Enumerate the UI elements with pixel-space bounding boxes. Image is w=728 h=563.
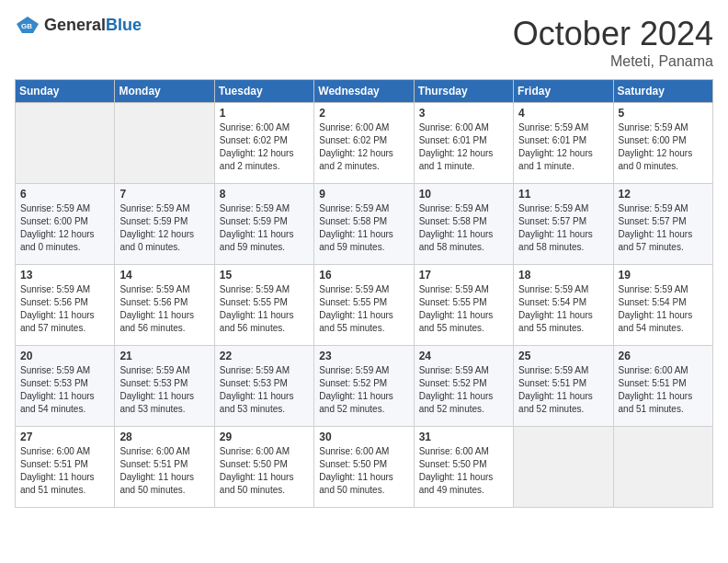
calendar-cell: 30Sunrise: 6:00 AMSunset: 5:50 PMDayligh… (314, 427, 414, 508)
calendar-cell: 18Sunrise: 5:59 AMSunset: 5:54 PMDayligh… (514, 265, 613, 346)
day-info: Sunrise: 5:59 AMSunset: 5:52 PMDaylight:… (419, 364, 508, 416)
day-info: Sunrise: 5:59 AMSunset: 5:53 PMDaylight:… (20, 364, 109, 416)
header: GB GeneralBlue October 2024 Meteti, Pana… (15, 15, 713, 70)
week-row-2: 6Sunrise: 5:59 AMSunset: 6:00 PMDaylight… (16, 184, 713, 265)
day-number: 15 (220, 269, 309, 282)
day-info: Sunrise: 5:59 AMSunset: 6:00 PMDaylight:… (20, 202, 109, 254)
calendar-cell: 23Sunrise: 5:59 AMSunset: 5:52 PMDayligh… (314, 346, 414, 427)
calendar-cell: 27Sunrise: 6:00 AMSunset: 5:51 PMDayligh… (16, 427, 115, 508)
day-info: Sunrise: 5:59 AMSunset: 6:01 PMDaylight:… (518, 121, 608, 173)
calendar-cell: 11Sunrise: 5:59 AMSunset: 5:57 PMDayligh… (514, 184, 613, 265)
calendar-cell: 4Sunrise: 5:59 AMSunset: 6:01 PMDaylight… (514, 103, 613, 184)
day-info: Sunrise: 6:00 AMSunset: 5:50 PMDaylight:… (220, 445, 309, 497)
day-info: Sunrise: 5:59 AMSunset: 5:59 PMDaylight:… (119, 202, 209, 254)
day-info: Sunrise: 6:00 AMSunset: 6:02 PMDaylight:… (220, 121, 309, 173)
day-info: Sunrise: 6:00 AMSunset: 6:01 PMDaylight:… (419, 121, 508, 173)
calendar-cell: 26Sunrise: 6:00 AMSunset: 5:51 PMDayligh… (613, 346, 712, 427)
calendar-cell: 28Sunrise: 6:00 AMSunset: 5:51 PMDayligh… (115, 427, 214, 508)
day-info: Sunrise: 5:59 AMSunset: 5:54 PMDaylight:… (518, 283, 608, 335)
day-info: Sunrise: 5:59 AMSunset: 6:00 PMDaylight:… (619, 121, 708, 173)
calendar-cell: 19Sunrise: 5:59 AMSunset: 5:54 PMDayligh… (613, 265, 712, 346)
week-row-5: 27Sunrise: 6:00 AMSunset: 5:51 PMDayligh… (16, 427, 713, 508)
day-info: Sunrise: 5:59 AMSunset: 5:52 PMDaylight:… (319, 364, 408, 416)
day-info: Sunrise: 5:59 AMSunset: 5:55 PMDaylight:… (419, 283, 508, 335)
day-number: 31 (419, 431, 508, 443)
day-info: Sunrise: 5:59 AMSunset: 5:56 PMDaylight:… (119, 283, 209, 335)
calendar-cell (514, 427, 613, 508)
day-number: 16 (319, 269, 408, 282)
day-number: 6 (20, 188, 109, 201)
day-info: Sunrise: 5:59 AMSunset: 5:53 PMDaylight:… (119, 364, 209, 416)
day-number: 5 (619, 107, 708, 120)
logo-text-general: General (44, 16, 106, 34)
calendar-cell: 12Sunrise: 5:59 AMSunset: 5:57 PMDayligh… (613, 184, 712, 265)
svg-text:GB: GB (21, 22, 32, 30)
day-info: Sunrise: 5:59 AMSunset: 5:57 PMDaylight:… (619, 202, 708, 254)
calendar-cell: 6Sunrise: 5:59 AMSunset: 6:00 PMDaylight… (16, 184, 115, 265)
day-info: Sunrise: 5:59 AMSunset: 5:57 PMDaylight:… (518, 202, 608, 254)
week-row-3: 13Sunrise: 5:59 AMSunset: 5:56 PMDayligh… (16, 265, 713, 346)
logo-icon: GB (15, 15, 40, 35)
calendar-cell: 14Sunrise: 5:59 AMSunset: 5:56 PMDayligh… (115, 265, 214, 346)
calendar-cell: 13Sunrise: 5:59 AMSunset: 5:56 PMDayligh… (16, 265, 115, 346)
calendar-cell: 15Sunrise: 5:59 AMSunset: 5:55 PMDayligh… (214, 265, 313, 346)
day-number: 13 (20, 269, 109, 282)
day-info: Sunrise: 5:59 AMSunset: 5:59 PMDaylight:… (220, 202, 309, 254)
weekday-header-wednesday: Wednesday (314, 80, 414, 103)
calendar-cell: 25Sunrise: 5:59 AMSunset: 5:51 PMDayligh… (514, 346, 613, 427)
calendar-cell: 2Sunrise: 6:00 AMSunset: 6:02 PMDaylight… (314, 103, 414, 184)
day-number: 1 (220, 107, 309, 120)
day-info: Sunrise: 5:59 AMSunset: 5:51 PMDaylight:… (518, 364, 608, 416)
calendar-cell: 3Sunrise: 6:00 AMSunset: 6:01 PMDaylight… (414, 103, 513, 184)
weekday-header-row: SundayMondayTuesdayWednesdayThursdayFrid… (16, 80, 713, 103)
day-number: 8 (220, 188, 309, 201)
day-info: Sunrise: 5:59 AMSunset: 5:54 PMDaylight:… (619, 283, 708, 335)
day-number: 7 (119, 188, 209, 201)
weekday-header-thursday: Thursday (414, 80, 513, 103)
calendar-cell (16, 103, 115, 184)
day-number: 3 (419, 107, 508, 120)
calendar-cell (115, 103, 214, 184)
calendar-cell: 8Sunrise: 5:59 AMSunset: 5:59 PMDaylight… (214, 184, 313, 265)
day-number: 26 (619, 350, 708, 362)
day-number: 25 (518, 350, 608, 362)
weekday-header-friday: Friday (514, 80, 613, 103)
calendar-cell: 5Sunrise: 5:59 AMSunset: 6:00 PMDaylight… (613, 103, 712, 184)
day-info: Sunrise: 5:59 AMSunset: 5:55 PMDaylight:… (319, 283, 408, 335)
calendar-cell: 1Sunrise: 6:00 AMSunset: 6:02 PMDaylight… (214, 103, 313, 184)
day-info: Sunrise: 5:59 AMSunset: 5:53 PMDaylight:… (220, 364, 309, 416)
day-info: Sunrise: 6:00 AMSunset: 5:51 PMDaylight:… (20, 445, 109, 497)
day-number: 27 (20, 431, 109, 443)
day-number: 10 (419, 188, 508, 201)
day-number: 12 (619, 188, 708, 201)
day-info: Sunrise: 6:00 AMSunset: 6:02 PMDaylight:… (319, 121, 408, 173)
calendar-cell: 7Sunrise: 5:59 AMSunset: 5:59 PMDaylight… (115, 184, 214, 265)
day-info: Sunrise: 5:59 AMSunset: 5:58 PMDaylight:… (419, 202, 508, 254)
day-number: 14 (119, 269, 209, 282)
day-info: Sunrise: 6:00 AMSunset: 5:50 PMDaylight:… (319, 445, 408, 497)
day-number: 22 (220, 350, 309, 362)
calendar-cell: 9Sunrise: 5:59 AMSunset: 5:58 PMDaylight… (314, 184, 414, 265)
day-number: 24 (419, 350, 508, 362)
day-number: 9 (319, 188, 408, 201)
day-number: 18 (518, 269, 608, 282)
calendar-table: SundayMondayTuesdayWednesdayThursdayFrid… (15, 79, 713, 508)
day-number: 11 (518, 188, 608, 201)
calendar-cell (613, 427, 712, 508)
logo-text-blue: Blue (106, 16, 142, 34)
day-number: 23 (319, 350, 408, 362)
day-number: 20 (20, 350, 109, 362)
calendar-cell: 31Sunrise: 6:00 AMSunset: 5:50 PMDayligh… (414, 427, 513, 508)
calendar-cell: 10Sunrise: 5:59 AMSunset: 5:58 PMDayligh… (414, 184, 513, 265)
day-info: Sunrise: 5:59 AMSunset: 5:55 PMDaylight:… (220, 283, 309, 335)
calendar-cell: 22Sunrise: 5:59 AMSunset: 5:53 PMDayligh… (214, 346, 313, 427)
day-number: 17 (419, 269, 508, 282)
weekday-header-saturday: Saturday (613, 80, 712, 103)
calendar-cell: 16Sunrise: 5:59 AMSunset: 5:55 PMDayligh… (314, 265, 414, 346)
weekday-header-tuesday: Tuesday (214, 80, 313, 103)
weekday-header-monday: Monday (115, 80, 214, 103)
weekday-header-sunday: Sunday (16, 80, 115, 103)
day-number: 21 (119, 350, 209, 362)
day-info: Sunrise: 6:00 AMSunset: 5:51 PMDaylight:… (119, 445, 209, 497)
day-number: 19 (619, 269, 708, 282)
